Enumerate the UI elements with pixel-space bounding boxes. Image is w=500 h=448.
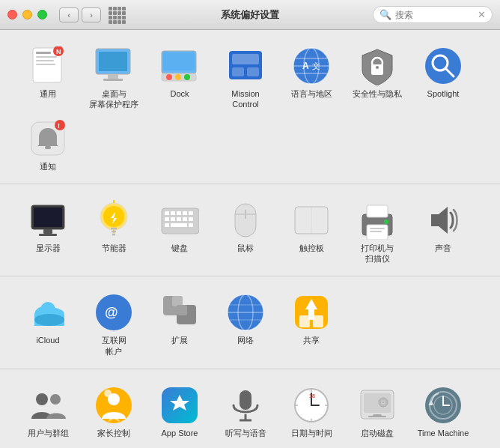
svg-rect-53 xyxy=(189,211,193,215)
pref-notification[interactable]: ! 通知 xyxy=(15,115,81,176)
pref-dock[interactable]: Dock xyxy=(147,42,213,115)
sharing-icon xyxy=(292,293,331,332)
language-icon-wrapper: A 文 xyxy=(292,46,331,85)
pref-users[interactable]: 用户与群组 xyxy=(15,381,81,443)
svg-point-101 xyxy=(104,390,112,397)
timemachine-icon-wrapper xyxy=(424,386,463,425)
svg-point-31 xyxy=(376,66,379,69)
svg-rect-56 xyxy=(177,217,181,221)
network-icon xyxy=(226,293,265,332)
pref-monitor[interactable]: 显示器 xyxy=(15,196,81,269)
monitor-label: 显示器 xyxy=(36,243,61,253)
trackpad-icon xyxy=(292,204,331,237)
svg-rect-9 xyxy=(108,74,118,79)
dock-icon xyxy=(160,49,199,82)
pref-spotlight[interactable]: Spotlight xyxy=(410,42,476,115)
dictation-label: 听写与语音 xyxy=(225,428,266,438)
search-bar[interactable]: 🔍 ✕ xyxy=(373,6,493,23)
svg-rect-95 xyxy=(299,315,310,327)
dictation-icon xyxy=(226,386,265,425)
pref-accessibility[interactable]: 辅助功能 xyxy=(15,443,81,448)
pref-printer[interactable]: 打印机与扫描仪 xyxy=(344,196,410,269)
monitor-icon-wrapper xyxy=(28,201,67,240)
pref-icloud[interactable]: iCloud xyxy=(15,288,81,361)
pref-network[interactable]: 网络 xyxy=(213,288,278,361)
svg-rect-36 xyxy=(45,146,51,149)
timemachine-icon xyxy=(424,386,463,425)
pref-timemachine[interactable]: Time Machine xyxy=(410,381,476,443)
pref-datetime[interactable]: 18 日期与时间 xyxy=(278,381,344,443)
pref-language[interactable]: A 文 语言与地区 xyxy=(278,42,344,115)
pref-startup-disk[interactable]: 启动磁盘 xyxy=(344,381,410,443)
datetime-label: 日期与时间 xyxy=(291,428,332,438)
spotlight-label: Spotlight xyxy=(427,88,460,99)
search-clear-icon[interactable]: ✕ xyxy=(478,9,486,20)
mouse-icon xyxy=(232,201,259,240)
pref-dictation[interactable]: 听写与语音 xyxy=(213,381,278,443)
svg-point-15 xyxy=(175,74,181,80)
internet-accounts-icon: @ xyxy=(94,293,133,332)
pref-mouse[interactable]: 鼠标 xyxy=(213,196,278,269)
svg-point-73 xyxy=(384,220,388,224)
pref-internet-accounts[interactable]: @ 互联网帐户 xyxy=(81,288,147,361)
extensions-icon-wrapper xyxy=(160,293,199,332)
svg-rect-20 xyxy=(247,67,259,76)
window-title: 系统偏好设置 xyxy=(221,8,279,22)
language-icon: A 文 xyxy=(292,46,331,85)
content-area: N 通用 桌面与屏幕保护程序 xyxy=(0,30,500,448)
svg-rect-103 xyxy=(240,390,251,410)
pref-parental[interactable]: 家长控制 xyxy=(81,381,147,443)
svg-rect-117 xyxy=(368,416,386,417)
pref-trackpad[interactable]: 触控板 xyxy=(278,196,344,269)
section-internet: iCloud @ 互联网帐户 xyxy=(0,276,500,369)
pref-general[interactable]: N 通用 xyxy=(15,42,81,115)
pref-mission-control[interactable]: MissionControl xyxy=(213,42,278,115)
startup-disk-icon xyxy=(358,389,397,422)
extensions-icon xyxy=(160,293,199,332)
svg-rect-62 xyxy=(189,223,193,227)
svg-point-98 xyxy=(50,394,61,405)
pref-sound[interactable]: 声音 xyxy=(410,196,476,269)
back-button[interactable]: ‹ xyxy=(59,7,79,22)
parental-icon-wrapper xyxy=(94,386,133,425)
svg-rect-41 xyxy=(43,229,52,234)
pref-extensions[interactable]: 扩展 xyxy=(147,288,213,361)
general-icon-wrapper: N xyxy=(28,46,67,85)
network-label: 网络 xyxy=(237,335,254,345)
trackpad-label: 触控板 xyxy=(299,243,324,253)
svg-point-14 xyxy=(166,74,172,80)
pref-sharing[interactable]: 共享 xyxy=(278,288,344,361)
pref-energy[interactable]: 节能器 xyxy=(81,196,147,269)
general-label: 通用 xyxy=(40,88,56,99)
forward-button[interactable]: › xyxy=(82,7,101,22)
datetime-icon-wrapper: 18 xyxy=(292,386,331,425)
general-icon: N xyxy=(30,46,66,85)
svg-point-37 xyxy=(55,120,65,130)
pref-security[interactable]: 安全性与隐私 xyxy=(344,42,410,115)
pref-keyboard[interactable]: 键盘 xyxy=(147,196,213,269)
desktop-icon xyxy=(94,47,133,85)
datetime-icon: 18 xyxy=(292,386,331,425)
grid-view-button[interactable] xyxy=(109,7,125,23)
svg-text:N: N xyxy=(56,48,61,55)
fullscreen-button[interactable] xyxy=(37,10,47,19)
language-label: 语言与地区 xyxy=(291,88,332,99)
energy-icon xyxy=(94,199,133,242)
close-button[interactable] xyxy=(7,10,17,19)
svg-rect-12 xyxy=(163,52,195,70)
svg-rect-61 xyxy=(174,223,187,227)
notification-icon-wrapper: ! xyxy=(28,119,67,158)
security-icon xyxy=(358,46,397,85)
users-label: 用户与群组 xyxy=(28,428,69,438)
search-input[interactable] xyxy=(395,10,474,20)
printer-icon xyxy=(358,201,397,240)
pref-desktop[interactable]: 桌面与屏幕保护程序 xyxy=(81,42,147,115)
users-icon xyxy=(28,386,67,425)
svg-rect-18 xyxy=(232,54,259,64)
svg-rect-19 xyxy=(232,67,244,76)
minimize-button[interactable] xyxy=(22,10,32,19)
pref-appstore[interactable]: App Store xyxy=(147,381,213,443)
hardware-grid: 显示器 节能器 xyxy=(15,196,485,269)
svg-rect-72 xyxy=(370,231,382,232)
personal-grid: N 通用 桌面与屏幕保护程序 xyxy=(15,42,485,176)
